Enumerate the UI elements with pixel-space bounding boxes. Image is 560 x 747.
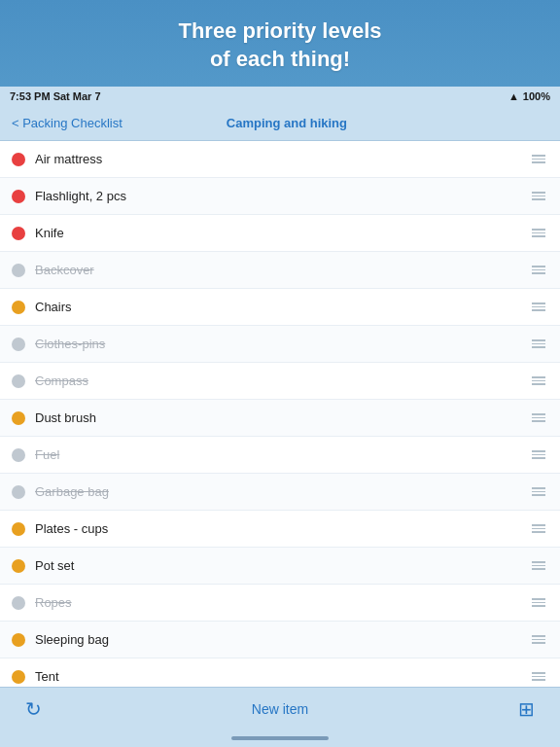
reorder-icon[interactable] (529, 450, 548, 459)
header-title: Three priority levels of each thing! (19, 18, 541, 73)
item-label: Fuel (35, 447, 529, 462)
priority-dot-orange (12, 301, 25, 314)
priority-dot-red (12, 153, 25, 166)
reorder-icon[interactable] (529, 339, 548, 348)
list-item[interactable]: Tent (0, 658, 560, 687)
reorder-icon[interactable] (529, 672, 548, 681)
reorder-icon[interactable] (529, 487, 548, 496)
list-item[interactable]: Pot set (0, 548, 560, 585)
priority-dot-gray (12, 485, 25, 499)
priority-dot-orange (12, 411, 25, 425)
reorder-icon[interactable] (529, 561, 548, 570)
priority-dot-gray (12, 264, 25, 277)
home-indicator (0, 729, 560, 747)
home-bar (231, 736, 329, 740)
item-label: Dust brush (35, 410, 529, 425)
list-item[interactable]: Air mattress (0, 141, 560, 178)
item-label: Sleeping bag (35, 632, 529, 647)
list-item[interactable]: Plates - cups (0, 511, 560, 548)
list-item[interactable]: Chairs (0, 289, 560, 326)
priority-dot-gray (12, 338, 25, 351)
list-item[interactable]: Garbage bag (0, 474, 560, 511)
item-label: Tent (35, 669, 529, 684)
nav-title: Camping and hiking (227, 116, 347, 130)
list-item[interactable]: Backcover (0, 252, 560, 289)
item-label: Pot set (35, 558, 529, 573)
list-item[interactable]: Knife (0, 215, 560, 252)
reorder-icon[interactable] (529, 155, 548, 163)
reorder-icon[interactable] (529, 266, 548, 274)
priority-dot-orange (12, 559, 25, 573)
checklist-container: Air mattressFlashlight, 2 pcsKnifeBackco… (0, 141, 560, 687)
new-item-button[interactable]: New item (252, 701, 308, 717)
list-item[interactable]: Sleeping bag (0, 622, 560, 658)
priority-dot-gray (12, 448, 25, 462)
refresh-button[interactable]: ↻ (16, 697, 51, 721)
item-label: Flashlight, 2 pcs (35, 189, 529, 203)
priority-dot-red (12, 227, 25, 240)
reorder-icon[interactable] (529, 376, 548, 385)
list-item[interactable]: Clothes-pins (0, 326, 560, 363)
battery-icon: 100% (523, 90, 550, 102)
status-bar-right: ▲ 100% (508, 90, 550, 102)
item-label: Clothes-pins (35, 337, 529, 351)
reorder-icon[interactable] (529, 229, 548, 237)
list-item[interactable]: Dust brush (0, 400, 560, 437)
reorder-icon[interactable] (529, 302, 548, 311)
item-label: Garbage bag (35, 484, 529, 499)
reorder-icon[interactable] (529, 192, 548, 200)
status-time-date: 7:53 PM Sat Mar 7 (10, 90, 101, 102)
reorder-icon[interactable] (529, 635, 548, 644)
item-label: Plates - cups (35, 521, 529, 536)
reorder-icon[interactable] (529, 598, 548, 607)
list-item[interactable]: Fuel (0, 437, 560, 474)
priority-dot-red (12, 190, 25, 203)
priority-dot-gray (12, 374, 25, 388)
reorder-icon[interactable] (529, 413, 548, 422)
bottom-toolbar: ↻ New item ⊞ (0, 687, 560, 729)
item-label: Air mattress (35, 152, 529, 166)
item-label: Knife (35, 226, 529, 240)
priority-dot-orange (12, 670, 25, 684)
priority-dot-orange (12, 522, 25, 536)
item-label: Compass (35, 374, 529, 388)
list-item[interactable]: Ropes (0, 585, 560, 622)
priority-dot-gray (12, 596, 25, 610)
wifi-icon: ▲ (508, 90, 519, 102)
nav-bar: < Packing Checklist Camping and hiking (0, 106, 560, 141)
header-banner: Three priority levels of each thing! (0, 0, 560, 87)
back-button[interactable]: < Packing Checklist (12, 116, 122, 130)
reorder-icon[interactable] (529, 524, 548, 533)
status-bar: 7:53 PM Sat Mar 7 ▲ 100% (0, 87, 560, 106)
item-label: Ropes (35, 595, 529, 610)
checklist-icon[interactable]: ⊞ (509, 697, 544, 721)
item-label: Backcover (35, 263, 529, 277)
priority-dot-orange (12, 633, 25, 647)
item-label: Chairs (35, 300, 529, 314)
list-item[interactable]: Flashlight, 2 pcs (0, 178, 560, 215)
list-item[interactable]: Compass (0, 363, 560, 400)
